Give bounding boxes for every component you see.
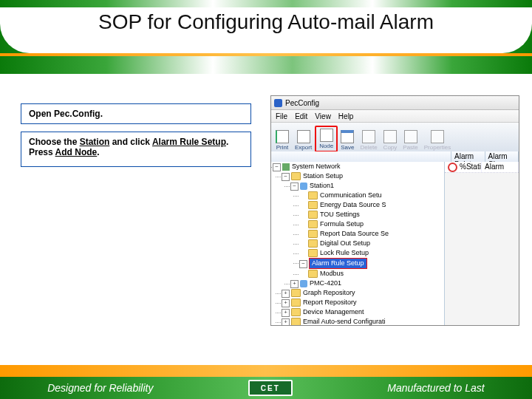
col-alarm-class[interactable]: Alarm Class (485, 151, 519, 162)
col-alarm-point[interactable]: Alarm Point (451, 151, 485, 162)
tree-item[interactable]: Formula Setup (299, 219, 444, 229)
print-icon (276, 130, 289, 143)
copy-button[interactable]: Copy (381, 129, 400, 152)
paste-button[interactable]: Paste (400, 129, 420, 152)
tree-item[interactable]: Digital Out Setup (299, 239, 444, 248)
tree-item[interactable]: Report Data Source Se (299, 229, 444, 239)
tree-item[interactable]: Modbus (299, 269, 444, 279)
save-icon (341, 130, 354, 143)
instruction1-text: Open Pec.Config. (29, 109, 103, 119)
export-icon (297, 130, 310, 143)
toolbar: Print Export Node Save Delete Copy Paste… (271, 123, 519, 154)
footer: Designed for Reliability CET Manufacture… (0, 366, 532, 399)
tree-device[interactable]: +Device Management (282, 307, 444, 317)
properties-icon (431, 130, 444, 143)
node-icon (320, 129, 333, 142)
menu-help[interactable]: Help (338, 112, 354, 120)
footer-bar: Designed for Reliability CET Manufacture… (0, 377, 532, 399)
instruction-box-2: Choose the Station and click Alarm Rule … (21, 132, 251, 167)
footer-right: Manufactured to Last (387, 382, 485, 394)
properties-button[interactable]: Properties (421, 129, 454, 152)
grid-row[interactable]: %StationName% %ChannelNa… Alarm (445, 162, 519, 173)
footer-accent (0, 365, 532, 377)
tree-item[interactable]: Energy Data Source S (299, 200, 444, 210)
menu-edit[interactable]: Edit (295, 112, 307, 120)
copy-icon (383, 130, 397, 143)
print-button[interactable]: Print (273, 129, 292, 152)
grid-header: Alarm Point Alarm Class (271, 151, 519, 163)
tree-root[interactable]: −System Network −Station Setup −Station1… (273, 162, 444, 325)
cell-alarm-class: Alarm (482, 162, 519, 172)
save-button[interactable]: Save (338, 129, 357, 152)
cet-logo: CET (248, 380, 293, 396)
twist-icon[interactable]: − (273, 163, 281, 171)
menu-bar: File Edit View Help (271, 110, 519, 123)
tree-station1[interactable]: −Station1 Communication Setu Energy Data… (290, 181, 444, 279)
delete-icon (362, 130, 375, 143)
app-icon (274, 99, 282, 107)
instruction-box-1: Open Pec.Config. (21, 103, 251, 124)
menu-file[interactable]: File (276, 112, 287, 120)
menu-view[interactable]: View (315, 112, 331, 120)
tree-header (271, 151, 451, 162)
window-titlebar[interactable]: PecConfig (271, 96, 519, 110)
network-icon (282, 163, 290, 171)
tree-station-setup[interactable]: −Station Setup −Station1 Communication S… (282, 171, 444, 288)
tree-alarm-rule-setup[interactable]: −Alarm Rule Setup (299, 258, 444, 269)
tree-report[interactable]: +Report Repository (282, 298, 444, 307)
tree-item[interactable]: Lock Rule Setup (299, 248, 444, 258)
tree-pmc[interactable]: +PMC-4201 (290, 279, 444, 288)
tree-graph[interactable]: +Graph Repository (282, 288, 444, 298)
export-button[interactable]: Export (292, 129, 315, 152)
alarm-point-icon (448, 163, 457, 172)
tree-email[interactable]: +Email Auto-send Configurati (282, 317, 444, 325)
window-title: PecConfig (285, 99, 319, 107)
header-accent (0, 53, 532, 56)
station-icon (300, 183, 307, 190)
node-button[interactable]: Node (315, 126, 338, 152)
cell-alarm-point: %StationName% %ChannelNa… (445, 162, 482, 172)
folder-icon (291, 172, 301, 180)
tree-panel: −System Network −Station Setup −Station1… (271, 162, 445, 325)
page-title: SOP for Configuring Auto-mail Alarm (0, 10, 532, 34)
pecconfig-window: PecConfig File Edit View Help Print Expo… (270, 95, 519, 326)
tree-item[interactable]: TOU Settings (299, 210, 444, 219)
footer-left: Designed for Reliability (47, 382, 153, 394)
tree-item[interactable]: Communication Setu (299, 191, 444, 200)
paste-icon (404, 130, 417, 143)
delete-button[interactable]: Delete (357, 129, 380, 152)
